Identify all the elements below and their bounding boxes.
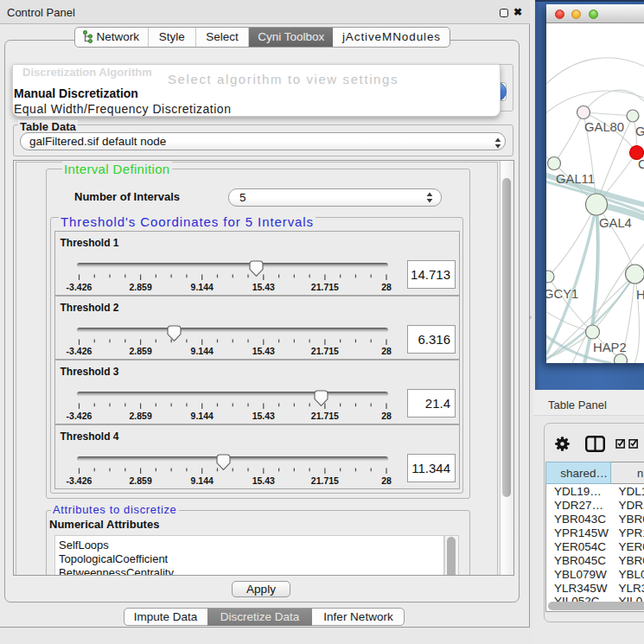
svg-text:GAL4: GAL4 <box>599 216 632 230</box>
svg-text:C: C <box>638 157 644 171</box>
svg-text:H: H <box>636 288 644 302</box>
svg-text:GAL80: GAL80 <box>584 120 624 134</box>
svg-text:HAP2: HAP2 <box>593 341 627 354</box>
svg-text:GAL11: GAL11 <box>556 172 595 186</box>
svg-text:GA: GA <box>635 124 644 138</box>
svg-text:GCY1: GCY1 <box>546 287 578 301</box>
